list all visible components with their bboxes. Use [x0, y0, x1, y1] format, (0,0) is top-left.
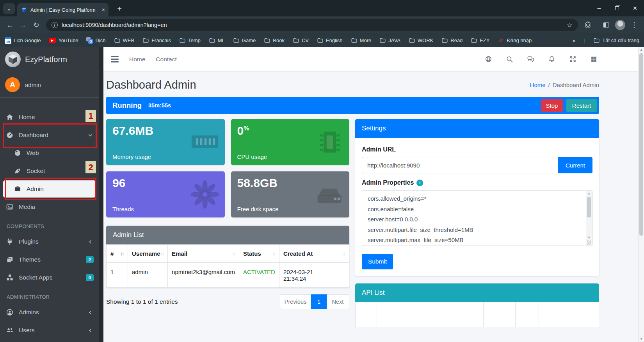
bookmark-folder-english[interactable]: English: [317, 37, 343, 44]
all-bookmarks-button[interactable]: Tất cả dấu trang: [593, 37, 639, 44]
folder-icon: [114, 37, 121, 44]
folder-icon: [293, 37, 299, 44]
comments-icon[interactable]: [527, 55, 534, 63]
user-circle-icon: [6, 308, 14, 316]
bookmark-folder-web[interactable]: WEB: [114, 37, 135, 44]
extensions-button[interactable]: [581, 18, 594, 32]
sidebar-item-users[interactable]: Users: [0, 322, 99, 339]
forward-button[interactable]: →: [16, 18, 30, 32]
resize-grip[interactable]: [587, 240, 591, 245]
threads-flower-icon: [190, 179, 220, 210]
topnav-home-link[interactable]: Home: [129, 56, 145, 63]
bookmark-folder-cv[interactable]: CV: [293, 37, 309, 44]
site-info-icon[interactable]: i: [52, 22, 58, 28]
threads-label: Threads: [112, 206, 134, 212]
cpu-usage-card: 0% CPU usage: [231, 119, 350, 165]
bookmark-lich-google[interactable]: 19Lịch Google: [5, 37, 41, 44]
textarea-scrollbar[interactable]: ▲ ▼: [586, 191, 592, 245]
globe-icon[interactable]: [485, 55, 492, 63]
url-text[interactable]: localhost:9090/dashboard/admin?lang=en: [62, 22, 563, 28]
table-row[interactable]: 1 admin npmtriet2k3@gmail.com ACTIVATED …: [107, 263, 349, 288]
table-header-row: #↑↓ Username↑↓ Email↑↓ Status↑↓ Created …: [107, 245, 349, 263]
sidebar-item-admin[interactable]: Admin: [3, 180, 96, 198]
bookmark-folder-francais[interactable]: Francais: [142, 37, 171, 44]
bookmark-dang-nhap[interactable]: Đăng nhập: [498, 37, 532, 44]
page-title: Dashboard Admin: [106, 78, 196, 91]
grid-icon[interactable]: [590, 55, 598, 63]
sidebar-item-web[interactable]: Web: [0, 144, 99, 162]
sidebar-item-media[interactable]: Media: [0, 198, 99, 216]
bell-icon[interactable]: [548, 55, 555, 63]
bookmark-youtube[interactable]: YouTube: [49, 37, 78, 43]
scroll-up-icon[interactable]: ▲: [639, 47, 644, 53]
sidebar-item-admins[interactable]: Admins: [0, 304, 99, 321]
bookmark-folder-ezy[interactable]: EZY: [471, 37, 489, 44]
brand[interactable]: EzyPlatform: [0, 47, 99, 72]
column-header-index[interactable]: #↑↓: [107, 245, 128, 263]
column-header-email[interactable]: Email↑↓: [168, 245, 239, 263]
side-panel-button[interactable]: [600, 18, 613, 32]
sidebar-item-themes[interactable]: Themes 2: [0, 251, 99, 268]
window-close-button[interactable]: ×: [626, 0, 644, 16]
bookmark-folder-read[interactable]: Read: [441, 37, 463, 44]
column-header-status[interactable]: Status↑↓: [239, 245, 279, 263]
sidebar-item-home[interactable]: Home: [0, 109, 99, 126]
url-bar[interactable]: i localhost:9090/dashboard/admin?lang=en…: [46, 19, 578, 31]
scroll-down-icon[interactable]: ▼: [586, 235, 592, 240]
sidebar-item-plugins[interactable]: Plugins: [0, 233, 99, 250]
pagination-previous-button[interactable]: Previous: [280, 294, 311, 309]
bookmark-folder-java[interactable]: JAVA: [379, 37, 400, 44]
page-scrollbar[interactable]: ▲ ▼: [638, 47, 644, 342]
profile-avatar[interactable]: [615, 20, 625, 30]
bookmarks-overflow-button[interactable]: »: [573, 37, 576, 44]
stop-button[interactable]: Stop: [541, 99, 563, 112]
tab-search-button[interactable]: ⌄: [3, 3, 15, 14]
bookmark-folder-more[interactable]: More: [351, 37, 372, 44]
sidebar-item-socket-apps[interactable]: Socket Apps 0: [0, 269, 99, 286]
hamburger-menu-icon[interactable]: [111, 56, 119, 62]
breadcrumb-home-link[interactable]: Home: [530, 82, 546, 88]
reload-button[interactable]: ↻: [30, 18, 43, 32]
bookmark-folder-temp[interactable]: Temp: [179, 37, 201, 44]
new-tab-button[interactable]: +: [114, 3, 125, 14]
browser-tab[interactable]: Admin | Easy Going Platform ×: [17, 3, 109, 16]
cubes-icon: [6, 274, 14, 281]
submit-button[interactable]: Submit: [362, 254, 393, 269]
info-icon[interactable]: i: [416, 180, 423, 186]
admin-properties-textarea[interactable]: cors.allowed_origins=* cors.enable=false…: [362, 190, 592, 246]
restart-button[interactable]: Restart: [566, 99, 597, 112]
sidebar-item-socket[interactable]: Socket: [0, 162, 99, 180]
pages-icon: [6, 256, 14, 264]
user-panel[interactable]: A admin: [0, 72, 99, 98]
column-header-created-at[interactable]: Created At↑↓: [279, 245, 349, 263]
admin-url-input[interactable]: http://localhost:9090: [362, 157, 558, 173]
bookmark-folder-ml[interactable]: ML: [209, 37, 225, 44]
window-minimize-button[interactable]: –: [590, 0, 608, 16]
fullscreen-icon[interactable]: [569, 55, 576, 63]
browser-menu-button[interactable]: ⋮: [628, 18, 641, 32]
window-maximize-button[interactable]: [608, 0, 626, 16]
topnav-contact-link[interactable]: Contact: [156, 56, 176, 63]
threads-card: 96 Threads: [106, 171, 225, 217]
sidebar-item-dashboard[interactable]: Dashboard: [0, 126, 99, 144]
cell-email: npmtriet2k3@gmail.com: [168, 263, 239, 288]
column-header-username[interactable]: Username↑↓: [128, 245, 168, 263]
scrollbar-thumb[interactable]: [587, 197, 591, 217]
back-button[interactable]: ←: [3, 18, 16, 32]
disk-space-card: 58.8GB Free disk space: [231, 171, 350, 217]
scroll-down-icon[interactable]: ▼: [639, 336, 644, 342]
bookmark-folder-book[interactable]: Book: [264, 37, 285, 44]
bookmark-star-icon[interactable]: ☆: [567, 21, 573, 29]
pagination-page-1-button[interactable]: 1: [311, 294, 327, 309]
chevron-left-icon: [88, 239, 93, 244]
bookmark-dich[interactable]: GDịch: [86, 37, 105, 44]
bookmark-folder-work[interactable]: WORK: [409, 37, 433, 44]
current-button[interactable]: Current: [558, 157, 592, 173]
tab-close-icon[interactable]: ×: [102, 7, 105, 13]
pagination-next-button[interactable]: Next: [327, 294, 349, 309]
search-icon[interactable]: [506, 55, 513, 63]
socket-apps-count-badge: 0: [86, 274, 94, 281]
scrollbar-thumb[interactable]: [639, 53, 643, 236]
scroll-up-icon[interactable]: ▲: [586, 191, 592, 196]
bookmark-folder-game[interactable]: Game: [233, 37, 256, 44]
